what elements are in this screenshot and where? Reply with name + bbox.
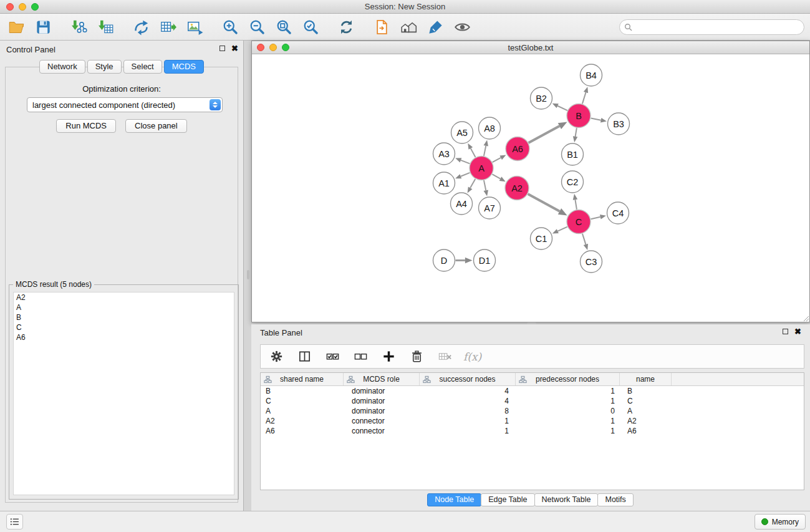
graph-node-A5[interactable]: A5 <box>451 122 473 143</box>
network-canvas[interactable]: B4B2BB3A8A5A6A3B1AC2A1A2A4A7C4CC1C3DD1 <box>252 54 809 322</box>
mcds-result-item[interactable]: A2 <box>14 293 234 302</box>
graph-node-B4[interactable]: B4 <box>581 64 602 86</box>
export-network-button[interactable] <box>132 17 150 36</box>
close-panel-button[interactable]: Close panel <box>125 119 187 133</box>
graph-edge-C-C1[interactable] <box>557 227 567 231</box>
tab-mcds[interactable]: MCDS <box>164 60 204 74</box>
select-all-button[interactable] <box>323 347 342 366</box>
minimize-window-button[interactable] <box>19 3 26 11</box>
mcds-result-item[interactable]: A6 <box>14 332 234 342</box>
mcds-result-item[interactable]: A <box>14 302 234 312</box>
graph-edge-B-B3[interactable] <box>591 118 601 120</box>
tab-edge-table[interactable]: Edge Table <box>481 493 534 506</box>
graph-edge-A-A1[interactable] <box>461 173 470 177</box>
graph-edge-B-B2[interactable] <box>557 106 567 110</box>
graph-edge-A-A4[interactable] <box>470 179 475 188</box>
float-panel-icon[interactable] <box>219 46 225 51</box>
graph-node-A[interactable]: A <box>470 157 493 180</box>
apply-layout-button[interactable] <box>337 17 355 36</box>
show-columns-button[interactable] <box>295 347 314 366</box>
table-row[interactable]: A2connector11A2 <box>261 416 804 426</box>
graph-edge-A-A8[interactable] <box>484 146 486 156</box>
graph-node-A7[interactable]: A7 <box>479 197 501 219</box>
zoom-selected-button[interactable] <box>301 17 320 36</box>
import-network-button[interactable] <box>69 17 88 36</box>
close-table-panel-icon[interactable]: ✖ <box>794 327 801 336</box>
table-row[interactable]: Adominator80A <box>261 406 804 416</box>
graph-edge-A-A3[interactable] <box>461 160 470 163</box>
column-header-name[interactable]: name <box>620 373 672 385</box>
graph-node-B2[interactable]: B2 <box>531 87 552 109</box>
table-row[interactable]: Bdominator41B <box>261 386 804 396</box>
memory-button[interactable]: Memory <box>755 514 806 530</box>
zoom-in-button[interactable] <box>221 17 239 36</box>
birds-eye-button[interactable] <box>399 17 418 36</box>
network-zoom-button[interactable] <box>282 44 289 51</box>
column-settings-button[interactable] <box>267 347 286 366</box>
graph-node-C3[interactable]: C3 <box>581 251 602 273</box>
mcds-result-list[interactable]: A2ABCA6 <box>13 292 234 495</box>
graph-node-A3[interactable]: A3 <box>433 143 455 165</box>
close-window-button[interactable] <box>6 3 14 11</box>
delete-columns-button[interactable] <box>435 347 454 366</box>
tab-network[interactable]: Network <box>39 60 85 74</box>
graph-edge-A-A6[interactable] <box>493 158 501 162</box>
import-table-button[interactable] <box>96 17 115 36</box>
table-row[interactable]: Cdominator41C <box>261 396 804 406</box>
tab-style[interactable]: Style <box>87 60 122 74</box>
graph-node-C[interactable]: C <box>567 210 591 234</box>
function-builder-button[interactable]: f(x) <box>463 351 481 363</box>
graph-node-D[interactable]: D <box>433 249 455 271</box>
graph-edge-C-C4[interactable] <box>591 217 600 219</box>
graph-edge-B-B4[interactable] <box>582 92 586 104</box>
graph-node-A4[interactable]: A4 <box>451 193 473 215</box>
zoom-out-button[interactable] <box>248 17 266 36</box>
open-session-button[interactable] <box>7 17 26 36</box>
graph-node-B3[interactable]: B3 <box>608 113 630 135</box>
splitter-handle-vertical[interactable] <box>247 270 249 279</box>
close-panel-icon[interactable]: ✖ <box>231 44 238 52</box>
network-close-button[interactable] <box>257 44 264 51</box>
graph-node-B1[interactable]: B1 <box>562 143 584 165</box>
zoom-fit-button[interactable] <box>274 17 293 36</box>
graph-edge-A6-B[interactable] <box>529 126 560 143</box>
graph-node-A2[interactable]: A2 <box>505 177 529 200</box>
graph-node-A1[interactable]: A1 <box>433 172 455 194</box>
annotation-button[interactable] <box>426 17 445 36</box>
tab-network-table[interactable]: Network Table <box>534 493 599 506</box>
export-table-button[interactable] <box>158 17 177 36</box>
graph-node-D1[interactable]: D1 <box>474 249 496 271</box>
tab-select[interactable]: Select <box>123 60 162 74</box>
table-row[interactable]: A6connector11A6 <box>261 426 804 436</box>
graph-edge-B-B1[interactable] <box>576 128 577 137</box>
graph-edge-A-A5[interactable] <box>471 148 476 157</box>
graph-edge-A-A7[interactable] <box>484 180 486 190</box>
graph-node-A8[interactable]: A8 <box>479 117 501 139</box>
network-window-titlebar[interactable]: testGlobe.txt <box>252 41 809 54</box>
graph-edge-C-C3[interactable] <box>582 234 586 244</box>
float-table-panel-icon[interactable] <box>783 329 788 334</box>
graph-edge-C-C2[interactable] <box>575 200 576 210</box>
graph-node-A6[interactable]: A6 <box>506 137 529 161</box>
column-header-shared-name[interactable]: shared name <box>261 373 344 385</box>
export-image-button[interactable] <box>185 17 204 36</box>
task-history-button[interactable] <box>6 514 23 530</box>
criterion-dropdown[interactable]: largest connected component (directed) <box>27 97 223 112</box>
add-row-button[interactable] <box>379 347 398 366</box>
first-neighbors-button[interactable] <box>372 17 391 36</box>
zoom-window-button[interactable] <box>31 3 39 11</box>
save-session-button[interactable] <box>34 17 52 36</box>
column-header-mcds-role[interactable]: MCDS role <box>344 373 420 385</box>
show-details-button[interactable] <box>453 17 471 36</box>
network-minimize-button[interactable] <box>269 44 277 51</box>
delete-rows-button[interactable] <box>407 347 426 366</box>
search-input[interactable] <box>633 23 804 32</box>
column-header-predecessor-nodes[interactable]: predecessor nodes <box>516 373 620 385</box>
run-mcds-button[interactable]: Run MCDS <box>56 119 116 133</box>
mcds-result-item[interactable]: C <box>14 322 234 332</box>
graph-node-B[interactable]: B <box>567 104 591 128</box>
tab-motifs[interactable]: Motifs <box>597 493 633 506</box>
graph-node-C4[interactable]: C4 <box>607 202 629 224</box>
tab-node-table[interactable]: Node Table <box>427 493 481 506</box>
resize-corner-icon[interactable] <box>802 314 809 321</box>
